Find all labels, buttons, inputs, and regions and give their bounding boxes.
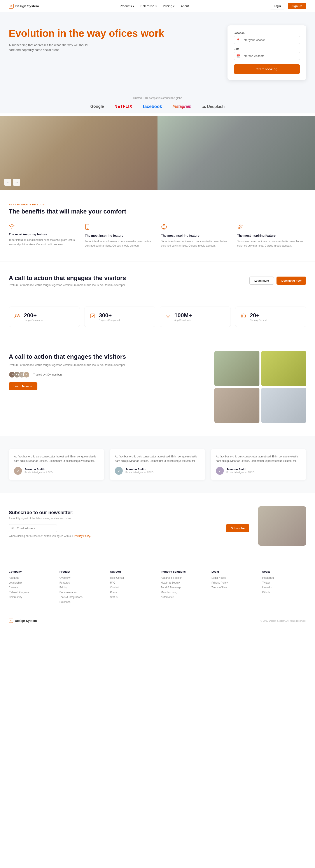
testimonial-3-name: Jasmine Smith (226, 468, 254, 471)
nav-pricing[interactable]: Pricing ▾ (163, 4, 175, 8)
footer-link-contact[interactable]: Contact (110, 586, 154, 589)
testimonial-2-title: Product designer at ABCD (125, 471, 153, 474)
feature-2: The most inspiring feature Tortor interd… (85, 224, 154, 248)
footer-link-apparel[interactable]: Apparel & Fashion (161, 576, 205, 579)
footer-link-leadership[interactable]: Leadership (9, 581, 53, 584)
testimonial-3-info: Jasmine Smith Product designer at ABCD (226, 468, 254, 474)
date-input[interactable] (234, 52, 300, 60)
footer-link-releases[interactable]: Releases (60, 600, 104, 603)
footer-company: Company About us Leadership Careers Refe… (9, 570, 53, 605)
footer-link-about[interactable]: About us (9, 576, 53, 579)
projects-icon (90, 313, 95, 320)
stat-projects-number: 300+ (99, 312, 120, 319)
footer-social-heading: Social (262, 570, 306, 573)
signup-button[interactable]: Sign Up (288, 3, 306, 9)
footer-link-pricing[interactable]: Pricing (60, 586, 104, 589)
testimonials-section: Ac faucibus orci id quis consectetur lao… (0, 436, 315, 493)
location-label: Location (234, 32, 300, 35)
email-input[interactable] (9, 524, 57, 532)
footer-link-status[interactable]: Status (110, 596, 154, 599)
testimonial-2-avatar: J (115, 467, 123, 475)
logo-facebook: facebook (143, 104, 162, 109)
features-grid: The most inspiring feature Tortor interd… (9, 224, 306, 248)
footer-link-features[interactable]: Features (60, 581, 104, 584)
testimonial-3: Ac faucibus orci id quis consectetur lao… (211, 449, 306, 480)
feature-3-desc: Tortor interdum condimentum nunc molesti… (161, 239, 230, 248)
testimonial-3-avatar: J (216, 467, 224, 475)
footer-link-health[interactable]: Health & Beauty (161, 581, 205, 584)
testimonial-1-avatar: J (14, 467, 22, 475)
chevron-down-icon: ▾ (173, 4, 175, 8)
location-input[interactable] (234, 36, 300, 44)
testimonial-1-name: Jasmine Smith (25, 468, 53, 471)
footer-copyright: © 2020 Design System. All rights reserve… (260, 619, 306, 622)
footer-link-help[interactable]: Help Center (110, 576, 154, 579)
footer-link-overview[interactable]: Overview (60, 576, 104, 579)
newsletter-section: Subscribe to our newsletter! A monthly d… (0, 493, 315, 559)
stat-customers: 200+ Happy Customers (9, 307, 80, 327)
feature-3-name: The most inspiring feature (161, 234, 230, 237)
nav-enterprise[interactable]: Enterprise ▾ (140, 4, 157, 8)
footer-link-tools[interactable]: Tools & Integrations (60, 596, 104, 599)
download-button[interactable]: Download now (277, 277, 306, 285)
privacy-link[interactable]: Privacy Policy. (74, 534, 91, 537)
email-icon: ✉ (11, 527, 14, 530)
brand-logo[interactable]: ✕ Design System (9, 4, 39, 8)
stat-projects-info: 300+ Projects Completed (99, 312, 120, 321)
footer-link-manufacturing[interactable]: Manufacturing (161, 591, 205, 594)
book-button[interactable]: Start booking (234, 64, 300, 74)
footer-link-linkedin[interactable]: LinkedIn (262, 586, 306, 589)
stat-projects-label: Projects Completed (99, 319, 120, 321)
avatar-4: M (23, 371, 30, 378)
logo-google: Google (90, 104, 104, 109)
logo-unsplash: ☁ Unsplash (202, 104, 225, 109)
footer-link-press[interactable]: Press (110, 591, 154, 594)
cta-band-inner: A call to action that engages the visito… (9, 275, 306, 287)
footer-link-careers[interactable]: Careers (9, 586, 53, 589)
subscribe-button[interactable]: Subscribe (226, 524, 249, 532)
feature-4-desc: Tortor interdum condimentum nunc molesti… (237, 239, 306, 248)
footer-link-github[interactable]: Github (262, 591, 306, 594)
footer-link-instagram[interactable]: Instagram (262, 576, 306, 579)
email-input-wrap: ✉ (9, 524, 224, 532)
booking-card: Location 📍 Date 📅 Start booking (228, 25, 306, 80)
footer-grid: Company About us Leadership Careers Refe… (9, 570, 306, 605)
footer-link-faq[interactable]: FAQ (110, 581, 154, 584)
testimonial-1-author: J Jasmine Smith Product designer at ABCD (14, 467, 99, 475)
footer-brand[interactable]: ✕ Design System (9, 619, 37, 623)
gallery-image-1 (0, 116, 158, 190)
gallery-prev-button[interactable]: ← (4, 179, 11, 186)
footer-link-food[interactable]: Food & Beverage (161, 586, 205, 589)
footer-link-twitter[interactable]: Twitter (262, 581, 306, 584)
footer-link-privacy[interactable]: Privacy Policy (212, 581, 256, 584)
members-trusted-text: Trusted by 30+ members (33, 373, 62, 376)
footer-support: Support Help Center FAQ Contact Press St… (110, 570, 154, 605)
footer-link-docs[interactable]: Documentation (60, 591, 104, 594)
footer-industry-links: Apparel & Fashion Health & Beauty Food &… (161, 576, 205, 599)
stats-section: 200+ Happy Customers 300+ Projects Compl… (0, 300, 315, 338)
footer-link-automotive[interactable]: Automotive (161, 596, 205, 599)
nav-about[interactable]: About (181, 4, 189, 8)
footer-legal: Legal Legal Notice Privacy Policy Terms … (212, 570, 256, 605)
nav-products[interactable]: Products ▾ (120, 4, 134, 8)
newsletter-image-bg (258, 506, 306, 546)
learn-more-button[interactable]: Learn more (249, 277, 274, 285)
footer: Company About us Leadership Careers Refe… (0, 559, 315, 629)
footer-link-referral[interactable]: Referral Program (9, 591, 53, 594)
learn-more-cta-button[interactable]: Learn More → (9, 382, 37, 390)
members-row: J K L M Trusted by 30+ members (9, 371, 206, 378)
trusted-section: Trusted 100+ companies around the globe … (0, 89, 315, 114)
cta-image-grid (214, 351, 306, 423)
stat-downloads: 100M+ App Downloads (160, 307, 231, 327)
newsletter-subtitle: A monthly digest of the latest news, art… (9, 517, 249, 520)
cta-band-text: A call to action that engages the visito… (9, 275, 126, 287)
footer-link-legal-notice[interactable]: Legal Notice (212, 576, 256, 579)
login-button[interactable]: Login (270, 3, 285, 9)
gallery-next-button[interactable]: → (13, 179, 20, 186)
newsletter-title: Subscribe to our newsletter! (9, 510, 249, 516)
footer-link-community[interactable]: Community (9, 596, 53, 599)
footer-industry: Industry Solutions Apparel & Fashion Hea… (161, 570, 205, 605)
footer-link-terms[interactable]: Terms of Use (212, 586, 256, 589)
testimonial-1: Ac faucibus orci id quis consectetur lao… (9, 449, 104, 480)
nav-links: Products ▾ Enterprise ▾ Pricing ▾ About (120, 4, 189, 8)
